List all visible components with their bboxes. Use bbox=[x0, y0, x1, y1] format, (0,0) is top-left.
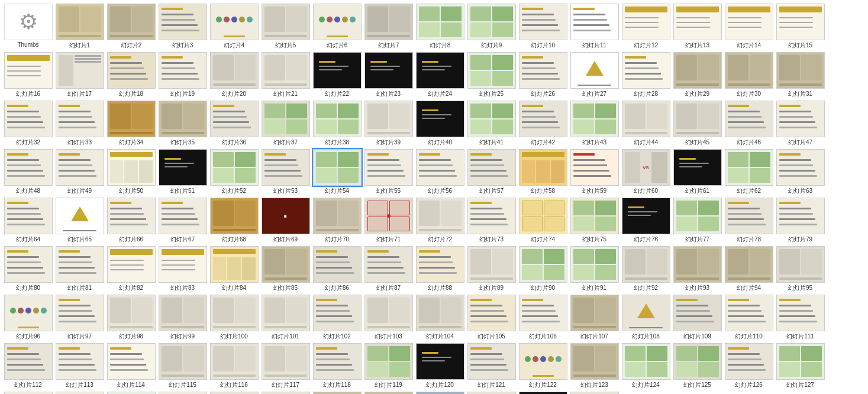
slide-thumb-9[interactable]: 幻灯片9 bbox=[466, 4, 517, 50]
slide-thumb-37[interactable]: 幻灯片37 bbox=[260, 101, 311, 147]
slide-thumb-108[interactable]: 幻灯片108 bbox=[621, 295, 671, 341]
slide-thumb-75[interactable]: 幻灯片75 bbox=[569, 198, 619, 244]
slide-thumb-26[interactable]: 幻灯片26 bbox=[518, 52, 568, 98]
slide-thumb-127[interactable]: 幻灯片127 bbox=[775, 343, 825, 389]
slide-thumb-101[interactable]: 幻灯片101 bbox=[260, 295, 311, 341]
slide-thumb-138[interactable]: 幻灯片138 bbox=[518, 392, 568, 394]
slide-thumb-43[interactable]: 幻灯片43 bbox=[569, 101, 619, 147]
slide-thumb-66[interactable]: 幻灯片66 bbox=[106, 198, 156, 244]
slide-thumb-114[interactable]: 幻灯片114 bbox=[106, 343, 156, 389]
slide-thumb-61[interactable]: 幻灯片61 bbox=[672, 149, 722, 195]
slide-thumb-79[interactable]: 幻灯片79 bbox=[775, 198, 825, 244]
slide-thumb-88[interactable]: 幻灯片88 bbox=[415, 246, 465, 292]
slide-thumb-1[interactable]: 幻灯片1 bbox=[54, 4, 105, 50]
slide-thumb-46[interactable]: 幻灯片46 bbox=[724, 101, 774, 147]
slide-thumb-77[interactable]: 幻灯片77 bbox=[672, 198, 722, 244]
slide-thumb-85[interactable]: 幻灯片85 bbox=[260, 246, 311, 292]
slide-thumb-71[interactable]: 幻灯片71 bbox=[363, 198, 414, 244]
slide-thumb-28[interactable]: 幻灯片28 bbox=[621, 52, 671, 98]
slide-thumb-119[interactable]: 幻灯片119 bbox=[363, 343, 414, 389]
slide-thumb-4[interactable]: 幻灯片4 bbox=[209, 4, 259, 50]
slide-thumb-98[interactable]: 幻灯片98 bbox=[106, 295, 156, 341]
slide-thumb-121[interactable]: 幻灯片121 bbox=[466, 343, 517, 389]
slide-thumb-40[interactable]: 幻灯片40 bbox=[415, 101, 465, 147]
slide-thumb-86[interactable]: 幻灯片86 bbox=[312, 246, 362, 292]
slide-thumb-35[interactable]: 幻灯片35 bbox=[157, 101, 208, 147]
slide-thumb-21[interactable]: 幻灯片21 bbox=[260, 52, 311, 98]
slide-thumb-29[interactable]: 幻灯片29 bbox=[672, 52, 722, 98]
slide-thumb-25[interactable]: 幻灯片25 bbox=[466, 52, 517, 98]
slide-thumb-74[interactable]: 幻灯片74 bbox=[518, 198, 568, 244]
slide-thumb-69[interactable]: ■幻灯片69 bbox=[260, 198, 311, 244]
slide-thumb-110[interactable]: 幻灯片110 bbox=[724, 295, 774, 341]
slide-thumb-11[interactable]: 幻灯片11 bbox=[569, 4, 619, 50]
slide-thumb-87[interactable]: 幻灯片87 bbox=[363, 246, 414, 292]
slide-thumb-3[interactable]: 幻灯片3 bbox=[157, 4, 208, 50]
slide-thumb-54[interactable]: 幻灯片54 bbox=[312, 149, 362, 195]
slide-thumb-115[interactable]: 幻灯片115 bbox=[157, 343, 208, 389]
slide-thumb-133[interactable]: 幻灯片133 bbox=[260, 392, 311, 394]
slide-thumb-27[interactable]: 幻灯片27 bbox=[569, 52, 619, 98]
slide-thumb-83[interactable]: 幻灯片83 bbox=[157, 246, 208, 292]
slide-thumb-44[interactable]: 幻灯片44 bbox=[621, 101, 671, 147]
slide-thumb-42[interactable]: 幻灯片42 bbox=[518, 101, 568, 147]
slide-thumb-104[interactable]: 幻灯片104 bbox=[415, 295, 465, 341]
slide-thumb-73[interactable]: 幻灯片73 bbox=[466, 198, 517, 244]
slide-thumb-45[interactable]: 幻灯片45 bbox=[672, 101, 722, 147]
slide-thumb-20[interactable]: 幻灯片20 bbox=[209, 52, 259, 98]
slide-thumb-64[interactable]: 幻灯片64 bbox=[3, 198, 53, 244]
slide-thumb-33[interactable]: 幻灯片33 bbox=[54, 101, 105, 147]
slide-thumb-32[interactable]: 幻灯片32 bbox=[3, 101, 53, 147]
slide-thumb-128[interactable]: 幻灯片128 bbox=[3, 392, 53, 394]
slide-thumb-89[interactable]: 幻灯片89 bbox=[466, 246, 517, 292]
slide-thumb-107[interactable]: 幻灯片107 bbox=[569, 295, 619, 341]
slide-thumb-109[interactable]: 幻灯片109 bbox=[672, 295, 722, 341]
slide-thumb-31[interactable]: 幻灯片31 bbox=[775, 52, 825, 98]
slide-thumb-129[interactable]: 幻灯片129 bbox=[54, 392, 105, 394]
slide-thumb-5[interactable]: 幻灯片5 bbox=[260, 4, 311, 50]
slide-thumb-132[interactable]: 幻灯片132 bbox=[209, 392, 259, 394]
slide-thumb-23[interactable]: 幻灯片23 bbox=[363, 52, 414, 98]
slide-thumb-57[interactable]: 幻灯片57 bbox=[466, 149, 517, 195]
slide-thumb-30[interactable]: 幻灯片30 bbox=[724, 52, 774, 98]
slide-thumb-18[interactable]: 幻灯片18 bbox=[106, 52, 156, 98]
slide-thumb-102[interactable]: 幻灯片102 bbox=[312, 295, 362, 341]
slide-thumb-2[interactable]: 幻灯片2 bbox=[106, 4, 156, 50]
slide-thumb-139[interactable]: 幻灯片139 bbox=[569, 392, 619, 394]
slide-thumb-135[interactable]: 幻灯片135 bbox=[363, 392, 414, 394]
slide-thumb-118[interactable]: 幻灯片118 bbox=[312, 343, 362, 389]
slide-thumb-105[interactable]: 幻灯片105 bbox=[466, 295, 517, 341]
slide-thumb-112[interactable]: 幻灯片112 bbox=[3, 343, 53, 389]
slide-thumb-59[interactable]: 幻灯片59 bbox=[569, 149, 619, 195]
slide-thumb-41[interactable]: 幻灯片41 bbox=[466, 101, 517, 147]
slide-thumb-80[interactable]: 幻灯片80 bbox=[3, 246, 53, 292]
slide-thumb-95[interactable]: 幻灯片95 bbox=[775, 246, 825, 292]
slide-thumb-36[interactable]: 幻灯片36 bbox=[209, 101, 259, 147]
slide-thumb-116[interactable]: 幻灯片116 bbox=[209, 343, 259, 389]
slide-thumb-17[interactable]: 幻灯片17 bbox=[54, 52, 105, 98]
slide-thumb-134[interactable]: 幻灯片134 bbox=[312, 392, 362, 394]
slide-thumb-91[interactable]: 幻灯片91 bbox=[569, 246, 619, 292]
slide-thumb-100[interactable]: 幻灯片100 bbox=[209, 295, 259, 341]
slide-thumb-81[interactable]: 幻灯片81 bbox=[54, 246, 105, 292]
slide-thumb-97[interactable]: 幻灯片97 bbox=[54, 295, 105, 341]
slide-thumb-92[interactable]: 幻灯片92 bbox=[621, 246, 671, 292]
slide-thumb-125[interactable]: 幻灯片125 bbox=[672, 343, 722, 389]
slide-thumb-106[interactable]: 幻灯片106 bbox=[518, 295, 568, 341]
slide-thumb-103[interactable]: 幻灯片103 bbox=[363, 295, 414, 341]
slide-thumb-39[interactable]: 幻灯片39 bbox=[363, 101, 414, 147]
slide-thumb-47[interactable]: 幻灯片47 bbox=[775, 101, 825, 147]
slide-thumb-130[interactable]: 幻灯片130 bbox=[106, 392, 156, 394]
slide-thumb-111[interactable]: 幻灯片111 bbox=[775, 295, 825, 341]
slide-thumb-19[interactable]: 幻灯片19 bbox=[157, 52, 208, 98]
slide-thumb-120[interactable]: 幻灯片120 bbox=[415, 343, 465, 389]
slide-thumb-14[interactable]: 幻灯片14 bbox=[724, 4, 774, 50]
slide-thumb-24[interactable]: 幻灯片24 bbox=[415, 52, 465, 98]
slide-thumb-34[interactable]: 幻灯片34 bbox=[106, 101, 156, 147]
slide-thumb-68[interactable]: 幻灯片68 bbox=[209, 198, 259, 244]
slide-thumb-65[interactable]: 幻灯片65 bbox=[54, 198, 105, 244]
slide-thumb-62[interactable]: 幻灯片62 bbox=[724, 149, 774, 195]
slide-thumb-60[interactable]: VS幻灯片60 bbox=[621, 149, 671, 195]
slide-thumb-7[interactable]: 幻灯片7 bbox=[363, 4, 414, 50]
slide-thumb-16[interactable]: 幻灯片16 bbox=[3, 52, 53, 98]
